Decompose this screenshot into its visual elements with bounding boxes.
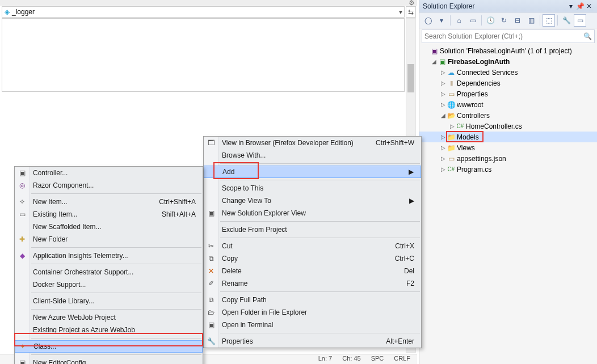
preview-icon[interactable]: ▭: [574, 14, 586, 27]
switch-views-icon[interactable]: ▭: [466, 14, 479, 27]
field-icon: ◈: [5, 8, 10, 16]
existing-item-icon: ▭: [17, 210, 27, 218]
tree-dependencies[interactable]: ▷⫴Dependencies: [419, 78, 597, 88]
menu-separator: [31, 338, 201, 338]
menu-separator: [220, 291, 420, 292]
menu-copy-full-path[interactable]: ⧉Copy Full Path: [204, 294, 421, 306]
expander-closed-icon[interactable]: ▷: [440, 166, 447, 172]
view-class-icon[interactable]: ⬚: [543, 14, 555, 27]
expander-closed-icon[interactable]: ▷: [440, 80, 447, 86]
menu-add-webjob[interactable]: New Azure WebJob Project: [15, 311, 203, 324]
search-input[interactable]: [424, 32, 583, 40]
expander-closed-icon[interactable]: ▷: [440, 69, 447, 75]
tree-homecontroller[interactable]: ▷C#HomeController.cs: [419, 121, 597, 132]
window-dropdown-icon[interactable]: ▾: [566, 2, 575, 10]
menu-change-view-to[interactable]: Change View To▶: [204, 194, 421, 207]
solution-explorer: Solution Explorer ▾ 📌 ✕ ◯ ▾ ⌂ ▭ 🕔 ↻ ⊟ ▥ …: [419, 0, 597, 364]
solution-explorer-toolbar: ◯ ▾ ⌂ ▭ 🕔 ↻ ⊟ ▥ ⬚ 🔧 ▭: [419, 12, 597, 28]
pending-icon[interactable]: 🕔: [484, 14, 497, 27]
menu-open-terminal[interactable]: ▣Open in Terminal: [204, 319, 421, 331]
menu-view-in-browser[interactable]: 🗔View in Browser (Firefox Developer Edit…: [204, 137, 421, 149]
controller-icon: ▣: [17, 169, 27, 177]
menu-separator: [31, 193, 201, 194]
menu-add-class[interactable]: ✦Class...: [15, 340, 203, 353]
menu-add-controller[interactable]: ▣Controller...: [15, 167, 203, 179]
code-surface[interactable]: [2, 18, 405, 92]
collapse-icon[interactable]: ⊟: [511, 14, 524, 27]
menu-delete[interactable]: ✕DeleteDel: [204, 265, 421, 277]
expander-closed-icon[interactable]: ▷: [440, 101, 447, 108]
expander-closed-icon[interactable]: ▷: [440, 91, 447, 97]
expander-open-icon[interactable]: ◢: [431, 58, 438, 65]
submenu-arrow-icon: ▶: [409, 197, 414, 205]
menu-add-razor[interactable]: ◎Razor Component...: [15, 179, 203, 192]
context-menu-main: 🗔View in Browser (Firefox Developer Edit…: [203, 136, 422, 348]
menu-add[interactable]: Add▶: [204, 166, 421, 178]
menu-copy[interactable]: ⧉CopyCtrl+C: [204, 252, 421, 265]
menu-add-editorconfig[interactable]: ▣New EditorConfig: [15, 357, 203, 364]
menu-add-container[interactable]: Container Orchestrator Support...: [15, 266, 203, 278]
close-icon[interactable]: ✕: [585, 2, 594, 10]
menu-add-docker[interactable]: Docker Support...: [15, 278, 203, 291]
editorconfig-icon: ▣: [17, 359, 27, 364]
menu-scope-to-this[interactable]: Scope to This: [204, 182, 421, 194]
menu-exclude-from-project[interactable]: Exclude From Project: [204, 223, 421, 236]
swap-panes-button[interactable]: ⇆: [406, 6, 416, 18]
folder-icon: 📁: [447, 133, 456, 141]
back-icon[interactable]: ◯: [422, 14, 434, 27]
tree-properties[interactable]: ▷▭Properties: [419, 88, 597, 99]
menu-separator: [31, 354, 201, 355]
tree-controllers[interactable]: ◢📂Controllers: [419, 110, 597, 121]
editor-tab-well: ⚙: [0, 0, 417, 6]
terminal-icon: ▣: [206, 321, 216, 329]
tree-views[interactable]: ▷📁Views: [419, 142, 597, 153]
properties-icon[interactable]: 🔧: [560, 14, 573, 27]
folder-open-icon: 📂: [447, 112, 456, 120]
menu-new-solution-view[interactable]: ▣New Solution Explorer View: [204, 207, 421, 219]
search-icon[interactable]: 🔍: [583, 32, 592, 40]
menu-separator: [220, 180, 420, 180]
home-icon[interactable]: ⌂: [453, 14, 465, 27]
tree-wwwroot[interactable]: ▷🌐wwwroot: [419, 99, 597, 110]
show-all-icon[interactable]: ▥: [525, 14, 537, 27]
forward-icon[interactable]: ▾: [435, 14, 448, 27]
scrollbar-thumb[interactable]: [407, 64, 414, 92]
solution-explorer-search[interactable]: 🔍: [422, 29, 595, 43]
expander-closed-icon[interactable]: ▷: [440, 155, 447, 162]
menu-add-existing-webjob[interactable]: Existing Project as Azure WebJob: [15, 324, 203, 336]
expander-closed-icon[interactable]: ▷: [440, 134, 447, 140]
menu-properties[interactable]: 🔧PropertiesAlt+Enter: [204, 335, 421, 348]
menu-add-scaffolded[interactable]: New Scaffolded Item...: [15, 221, 203, 233]
menu-separator: [220, 163, 420, 164]
tree-models[interactable]: ▷📁Models: [419, 132, 597, 142]
expander-closed-icon[interactable]: ▷: [440, 145, 447, 151]
tree-program[interactable]: ▷C#Program.cs: [419, 164, 597, 175]
menu-rename[interactable]: ✐RenameF2: [204, 277, 421, 290]
pin-icon[interactable]: 📌: [575, 2, 585, 10]
csharp-file-icon: C#: [447, 166, 456, 172]
tree-connected-services[interactable]: ▷☁Connected Services: [419, 67, 597, 78]
status-spc: SPC: [371, 355, 384, 363]
tree-solution[interactable]: ▣Solution 'FirebaseLoginAuth' (1 of 1 pr…: [419, 45, 597, 56]
tree-appsettings[interactable]: ▷▭appsettings.json: [419, 153, 597, 164]
menu-add-new-folder[interactable]: ✚New Folder: [15, 233, 203, 246]
context-menu-add: ▣Controller... ◎Razor Component... ✧New …: [14, 166, 203, 364]
json-file-icon: ▭: [447, 155, 456, 163]
menu-add-client-library[interactable]: Client-Side Library...: [15, 295, 203, 307]
expander-open-icon[interactable]: ◢: [440, 112, 447, 118]
expander-closed-icon[interactable]: ▷: [449, 123, 456, 129]
menu-open-folder[interactable]: 🗁Open Folder in File Explorer: [204, 306, 421, 319]
menu-add-new-item[interactable]: ✧New Item...Ctrl+Shift+A: [15, 196, 203, 208]
tree-project[interactable]: ◢▣FirebaseLoginAuth: [419, 56, 597, 67]
menu-add-app-insights[interactable]: ◆Application Insights Telemetry...: [15, 249, 203, 262]
member-dropdown[interactable]: ◈ _logger ▾: [2, 6, 405, 18]
sync-icon[interactable]: ↻: [498, 14, 510, 27]
submenu-arrow-icon: ▶: [409, 168, 414, 176]
status-ln: Ln: 7: [318, 355, 332, 363]
menu-browse-with[interactable]: Browse With...: [204, 149, 421, 162]
menu-add-existing-item[interactable]: ▭Existing Item...Shift+Alt+A: [15, 208, 203, 221]
menu-cut[interactable]: ✂CutCtrl+X: [204, 240, 421, 252]
menu-separator: [31, 309, 201, 310]
solution-explorer-title-bar[interactable]: Solution Explorer ▾ 📌 ✕: [419, 0, 597, 12]
folder-open-icon: 🗁: [206, 308, 216, 316]
